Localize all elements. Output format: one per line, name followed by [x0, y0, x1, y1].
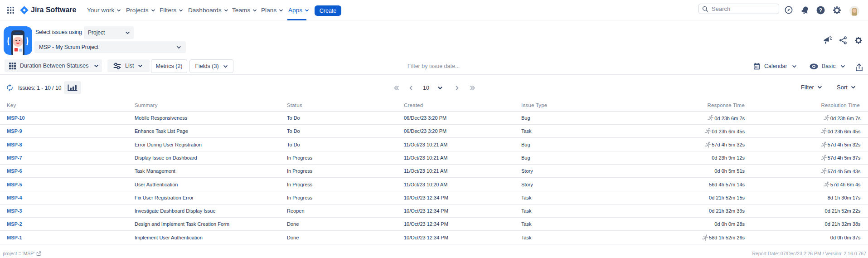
svg-text:?: ? [819, 7, 822, 14]
